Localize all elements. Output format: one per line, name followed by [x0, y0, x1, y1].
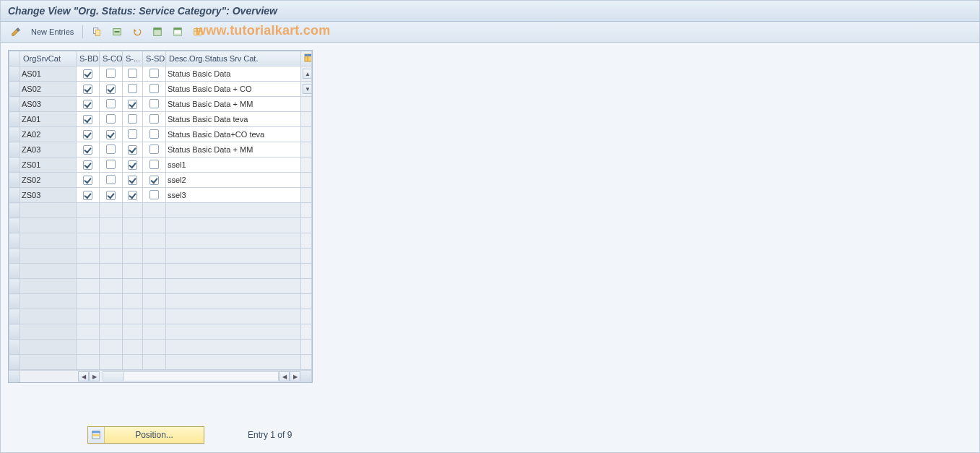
- cell-ssd[interactable]: [143, 249, 166, 264]
- checkbox-ssd[interactable]: [149, 160, 159, 169]
- row-selector[interactable]: [9, 173, 20, 188]
- cell-smm[interactable]: [123, 218, 143, 233]
- vscroll-track[interactable]: [301, 309, 312, 324]
- cell-desc[interactable]: [166, 309, 301, 324]
- checkbox-smm[interactable]: [128, 145, 137, 155]
- checkbox-ssd[interactable]: [149, 99, 159, 108]
- row-selector[interactable]: [9, 142, 20, 158]
- vscroll-track[interactable]: [301, 158, 312, 173]
- checkbox-sbd[interactable]: [83, 160, 92, 170]
- cell-smm[interactable]: [123, 264, 143, 279]
- cell-orgsrvcat[interactable]: [20, 233, 77, 249]
- cell-sco[interactable]: [100, 249, 123, 264]
- cell-smm[interactable]: [123, 324, 143, 340]
- cell-smm[interactable]: [123, 249, 143, 264]
- cell-sbd[interactable]: [77, 264, 100, 279]
- checkbox-smm[interactable]: [128, 114, 137, 124]
- cell-ssd[interactable]: [143, 309, 166, 324]
- checkbox-sbd[interactable]: [83, 69, 92, 79]
- vscroll-track[interactable]: [301, 142, 312, 158]
- cell-desc[interactable]: ssel2: [166, 173, 301, 188]
- cell-smm[interactable]: [123, 355, 143, 370]
- new-entries-button[interactable]: New Entries: [28, 26, 77, 38]
- row-selector[interactable]: [9, 158, 20, 173]
- checkbox-sco[interactable]: [106, 130, 116, 139]
- checkbox-ssd[interactable]: [149, 129, 159, 139]
- row-selector[interactable]: [9, 324, 20, 340]
- cell-orgsrvcat[interactable]: ZS01: [20, 158, 77, 173]
- cell-sbd[interactable]: [77, 203, 100, 218]
- cell-orgsrvcat[interactable]: [20, 264, 77, 279]
- row-selector[interactable]: [9, 66, 20, 82]
- cell-ssd[interactable]: [143, 279, 166, 294]
- col-header-sco[interactable]: S-CO: [100, 51, 123, 66]
- cell-sbd[interactable]: [77, 279, 100, 294]
- cell-orgsrvcat[interactable]: AS01: [20, 66, 77, 82]
- checkbox-ssd[interactable]: [149, 69, 159, 78]
- cell-orgsrvcat[interactable]: [20, 309, 77, 324]
- position-button[interactable]: Position...: [87, 426, 204, 444]
- row-selector[interactable]: [9, 309, 20, 324]
- cell-sco[interactable]: [100, 294, 123, 309]
- hscroll-track[interactable]: [103, 371, 279, 381]
- col-header-smm[interactable]: S-...: [123, 51, 143, 66]
- cell-desc[interactable]: ssel3: [166, 188, 301, 203]
- checkbox-smm[interactable]: [128, 84, 137, 93]
- cell-orgsrvcat[interactable]: AS02: [20, 82, 77, 97]
- checkbox-sco[interactable]: [106, 85, 116, 94]
- cell-sbd[interactable]: [77, 233, 100, 249]
- checkbox-sbd[interactable]: [83, 100, 92, 109]
- delete-button[interactable]: [109, 24, 125, 40]
- checkbox-sco[interactable]: [106, 160, 116, 169]
- cell-orgsrvcat[interactable]: [20, 203, 77, 218]
- checkbox-smm[interactable]: [128, 69, 137, 78]
- cell-orgsrvcat[interactable]: [20, 355, 77, 370]
- undo-button[interactable]: [129, 24, 145, 40]
- cell-orgsrvcat[interactable]: ZA03: [20, 142, 77, 158]
- hscroll-right-button[interactable]: ▶: [290, 371, 300, 381]
- cell-sco[interactable]: [100, 203, 123, 218]
- cell-sbd[interactable]: [77, 355, 100, 370]
- vscroll-up[interactable]: ▲: [301, 66, 312, 82]
- row-selector[interactable]: [9, 233, 20, 249]
- cell-sco[interactable]: [100, 264, 123, 279]
- cell-orgsrvcat[interactable]: [20, 279, 77, 294]
- checkbox-smm[interactable]: [128, 176, 137, 185]
- cell-orgsrvcat[interactable]: [20, 294, 77, 309]
- cell-sbd[interactable]: [77, 294, 100, 309]
- cell-sco[interactable]: [100, 340, 123, 355]
- cell-ssd[interactable]: [143, 233, 166, 249]
- cell-desc[interactable]: Status Basic Data + MM: [166, 142, 301, 158]
- vscroll-track[interactable]: [301, 127, 312, 142]
- cell-desc[interactable]: [166, 324, 301, 340]
- cell-ssd[interactable]: [143, 218, 166, 233]
- row-selector[interactable]: [9, 127, 20, 142]
- vscroll-track[interactable]: [301, 264, 312, 279]
- cell-desc[interactable]: Status Basic Data teva: [166, 112, 301, 127]
- cell-desc[interactable]: [166, 233, 301, 249]
- cell-desc[interactable]: Status Basic Data + CO: [166, 82, 301, 97]
- checkbox-sco[interactable]: [106, 144, 116, 154]
- cell-orgsrvcat[interactable]: ZA01: [20, 112, 77, 127]
- row-selector[interactable]: [9, 203, 20, 218]
- checkbox-sbd[interactable]: [83, 191, 92, 200]
- cell-sco[interactable]: [100, 309, 123, 324]
- vscroll-track[interactable]: [301, 279, 312, 294]
- checkbox-sco[interactable]: [106, 99, 116, 108]
- cell-orgsrvcat[interactable]: ZS02: [20, 173, 77, 188]
- cell-sco[interactable]: [100, 355, 123, 370]
- vscroll-track[interactable]: [301, 203, 312, 218]
- cell-ssd[interactable]: [143, 203, 166, 218]
- cell-desc[interactable]: [166, 340, 301, 355]
- cell-orgsrvcat[interactable]: ZA02: [20, 127, 77, 142]
- row-selector[interactable]: [9, 188, 20, 203]
- checkbox-sco[interactable]: [106, 69, 116, 78]
- col-header-sbd[interactable]: S-BD: [77, 51, 100, 66]
- toggle-change-mode-button[interactable]: [8, 24, 24, 40]
- cell-desc[interactable]: Status Basic Data + MM: [166, 97, 301, 112]
- checkbox-sco[interactable]: [106, 191, 116, 200]
- vscroll-track[interactable]: [301, 188, 312, 203]
- vscroll-track[interactable]: [301, 294, 312, 309]
- checkbox-ssd[interactable]: [149, 144, 159, 154]
- cell-sco[interactable]: [100, 324, 123, 340]
